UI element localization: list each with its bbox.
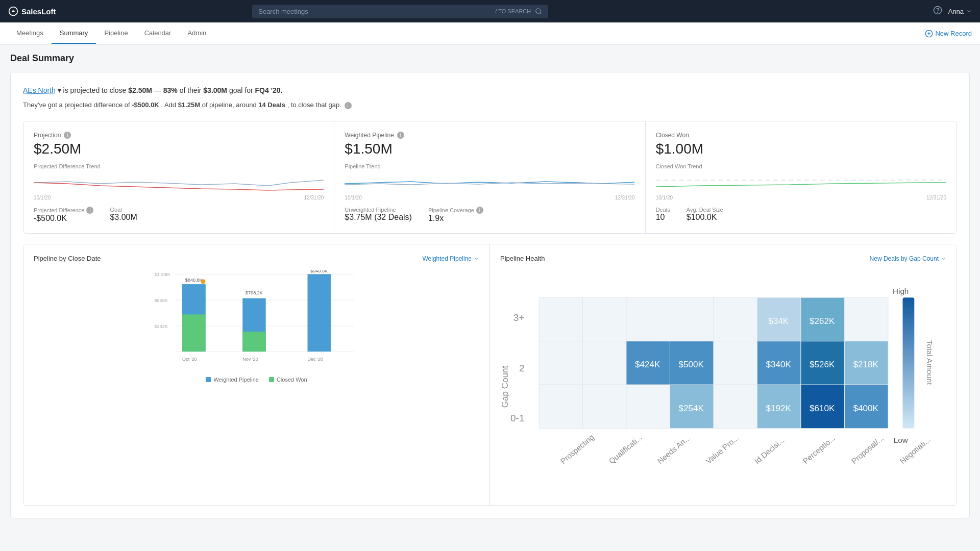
- svg-text:Prospecting: Prospecting: [559, 433, 596, 466]
- wp-info-icon[interactable]: i: [397, 132, 404, 139]
- main-card: AEs North ▾ is projected to close $2.50M…: [10, 72, 970, 518]
- top-navigation: SalesLoft / TO SEARCH Anna: [0, 0, 980, 22]
- svg-text:Proposal/...: Proposal/...: [850, 434, 886, 465]
- nav-tabs: Meetings Summary Pipeline Calendar Admin: [8, 23, 925, 44]
- of-pipeline-text: of pipeline, around: [202, 101, 257, 109]
- question-icon: [933, 6, 942, 15]
- new-record-label: New Record: [935, 30, 972, 37]
- tab-calendar[interactable]: Calendar: [136, 23, 180, 44]
- wp-label: Weighted Pipeline i: [345, 132, 634, 139]
- wp-value-display: $1.50M: [345, 141, 634, 157]
- wp-trend-chart: [345, 172, 634, 193]
- deal-count: 14 Deals: [258, 101, 285, 109]
- cw-date-range: 10/1/20 12/31/20: [656, 195, 946, 201]
- avg-deal-size: Avg. Deal Size $100.0K: [687, 207, 723, 222]
- search-input[interactable]: [258, 8, 491, 15]
- svg-text:Id Decisi...: Id Decisi...: [753, 436, 786, 466]
- svg-text:Qualificati...: Qualificati...: [607, 433, 644, 465]
- cw-sub-metrics: Deals 10 Avg. Deal Size $100.0K: [656, 207, 946, 222]
- diff-value: -$500.0K: [132, 101, 159, 109]
- pipeline-health-title: Pipeline Health: [500, 255, 545, 262]
- pipeline-by-date-card: Pipeline by Close Date Weighted Pipeline…: [23, 244, 490, 505]
- goal: Goal $3.00M: [110, 207, 137, 223]
- svg-rect-65: [626, 385, 670, 429]
- tab-summary[interactable]: Summary: [52, 23, 96, 44]
- weighted-pipeline-dropdown[interactable]: Weighted Pipeline: [422, 255, 479, 262]
- bar-chart-svg: $1.00M $666K $333K $: [34, 270, 479, 372]
- projected-diff: Projected Difference i -$500.0K: [34, 207, 93, 223]
- projection-value: $2.50M: [128, 86, 152, 94]
- sub-text: They've got a projected difference of -$…: [23, 100, 957, 111]
- svg-rect-51: [583, 341, 627, 385]
- wp-date-range: 10/1/20 12/31/20: [345, 195, 634, 201]
- projection-trend-svg: [34, 172, 324, 193]
- svg-rect-40: [539, 297, 583, 341]
- metric-closed-won: Closed Won $1.00M Closed Won Trend 10/1/…: [646, 121, 957, 233]
- svg-text:$708.2K: $708.2K: [246, 290, 263, 295]
- user-name: Anna: [948, 8, 964, 15]
- info-icon[interactable]: i: [345, 102, 352, 109]
- closed-won-legend-dot: [269, 377, 274, 382]
- svg-text:$333K: $333K: [155, 324, 168, 329]
- weighted-pipeline-legend-dot: [206, 377, 211, 382]
- svg-text:$34K: $34K: [768, 316, 789, 326]
- legend-closed-won: Closed Won: [269, 377, 307, 383]
- bar-chart: $1.00M $666K $333K $: [34, 270, 479, 372]
- pipeline-health-header: Pipeline Health New Deals by Gap Count: [500, 255, 946, 262]
- svg-text:$500K: $500K: [679, 360, 704, 369]
- team-link[interactable]: AEs North: [23, 86, 56, 94]
- goal-label: goal for: [229, 86, 255, 94]
- svg-text:$526K: $526K: [810, 360, 835, 369]
- svg-text:$949.0K: $949.0K: [310, 270, 328, 273]
- svg-text:$840.8K: $840.8K: [185, 278, 203, 283]
- svg-rect-42: [626, 297, 670, 341]
- help-icon[interactable]: [933, 6, 942, 17]
- svg-rect-64: [583, 385, 627, 429]
- svg-text:$610K: $610K: [810, 404, 835, 413]
- bar-chart-legend: Weighted Pipeline Closed Won: [34, 377, 479, 383]
- svg-rect-43: [670, 297, 714, 341]
- svg-text:Perceptio...: Perceptio...: [801, 434, 837, 465]
- period: FQ4 '20.: [255, 86, 283, 94]
- pipeline-health-dropdown[interactable]: New Deals by Gap Count: [870, 255, 946, 262]
- cw-trend-chart: [656, 172, 946, 193]
- legend-weighted-pipeline: Weighted Pipeline: [206, 377, 258, 383]
- tab-admin[interactable]: Admin: [179, 23, 214, 44]
- svg-text:$262K: $262K: [810, 316, 835, 326]
- projection-info-icon[interactable]: i: [64, 132, 71, 139]
- svg-rect-50: [539, 341, 583, 385]
- cw-value-display: $1.00M: [656, 141, 946, 157]
- heatmap-svg: 3+ 2 0-1 Gap Count Prospecting Qualifica…: [500, 270, 946, 493]
- svg-line-2: [540, 13, 542, 14]
- svg-rect-75: [903, 297, 915, 429]
- tab-pipeline[interactable]: Pipeline: [96, 23, 136, 44]
- svg-text:$340K: $340K: [766, 360, 792, 369]
- cw-trend-label: Closed Won Trend: [656, 163, 946, 169]
- svg-text:Low: Low: [894, 436, 908, 444]
- add-text: . Add: [161, 101, 176, 109]
- svg-text:3+: 3+: [513, 312, 525, 323]
- unweighted-pipeline: Unweighted Pipeline $3.75M (32 Deals): [345, 207, 412, 223]
- close-text: , to close that gap.: [287, 101, 341, 109]
- logo: SalesLoft: [8, 6, 56, 16]
- svg-text:$666K: $666K: [155, 298, 168, 303]
- svg-text:$424K: $424K: [635, 360, 660, 369]
- proj-diff-info[interactable]: i: [86, 207, 93, 214]
- projection-value-display: $2.50M: [34, 141, 324, 157]
- cw-label: Closed Won: [656, 132, 946, 139]
- search-bar[interactable]: / TO SEARCH: [252, 5, 548, 18]
- svg-text:High: High: [893, 287, 909, 295]
- tab-meetings[interactable]: Meetings: [8, 23, 52, 44]
- projection-sub-metrics: Projected Difference i -$500.0K Goal $3.…: [34, 207, 324, 223]
- user-menu[interactable]: Anna: [948, 8, 972, 15]
- heatmap-area: 3+ 2 0-1 Gap Count Prospecting Qualifica…: [500, 270, 946, 495]
- new-record-button[interactable]: New Record: [925, 30, 972, 38]
- pipeline-coverage: Pipeline Coverage i 1.9x: [428, 207, 483, 223]
- svg-rect-49: [845, 297, 889, 341]
- svg-point-1: [536, 9, 541, 13]
- plus-circle-icon: [925, 30, 933, 38]
- nav-right: Anna: [933, 6, 972, 17]
- coverage-info[interactable]: i: [476, 207, 483, 214]
- svg-rect-25: [308, 274, 331, 352]
- wp-sub-metrics: Unweighted Pipeline $3.75M (32 Deals) Pi…: [345, 207, 634, 223]
